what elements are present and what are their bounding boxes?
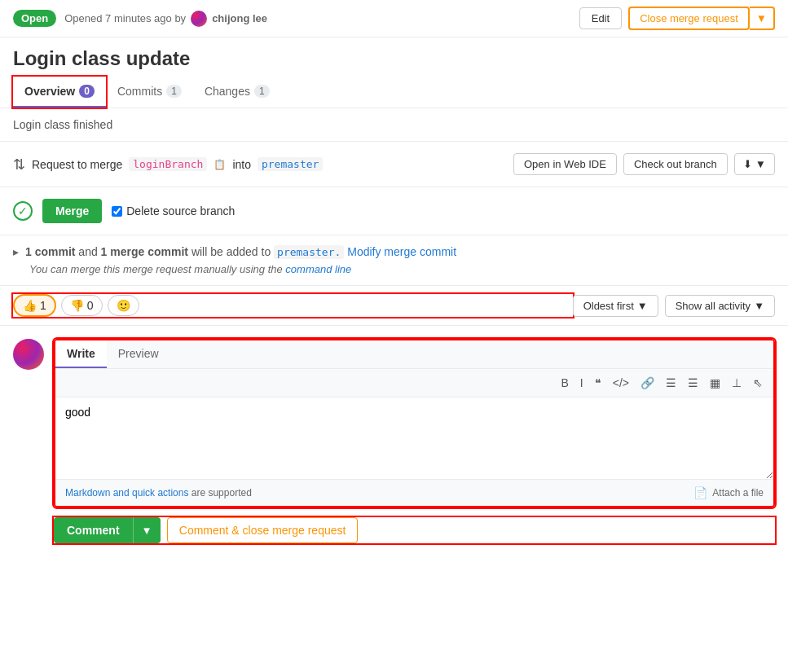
download-button[interactable]: ⬇ ▼ [734,153,775,175]
markdown-link[interactable]: Markdown and quick actions [65,487,188,499]
bold-button[interactable]: B [557,374,573,392]
modify-merge-commit-link[interactable]: Modify merge commit [347,245,456,258]
merge-action-section: ✓ Merge Delete source branch [0,187,788,235]
open-web-ide-button[interactable]: Open in Web IDE [513,153,617,175]
status-badge: Open [13,10,56,27]
tab-commits-label: Commits [117,85,162,98]
quote-button[interactable]: ❝ [591,374,605,392]
tab-changes[interactable]: Changes 1 [193,77,281,108]
tab-commits[interactable]: Commits 1 [106,77,193,108]
user-avatar [13,339,44,370]
expand-button[interactable]: ⇖ [749,374,767,392]
copy-branch-icon[interactable]: 📋 [214,159,226,170]
top-actions: Edit Close merge request ▼ [579,7,775,30]
thumbs-up-count: 1 [40,299,46,312]
show-all-activity-button[interactable]: Show all activity ▼ [665,295,775,317]
table-button[interactable]: ⊥ [728,374,746,392]
will-be-added-text: will be added to [191,245,274,258]
delete-branch-label[interactable]: Delete source branch [112,204,235,217]
merge-info-left: ⇅ Request to merge loginBranch 📋 into pr… [13,156,323,173]
download-icon: ⬇ [743,158,752,170]
comment-area: Write Preview B I ❝ </> 🔗 ☰ ☰ ▦ ⊥ ⇖ good… [13,339,775,507]
manual-merge-em: You can merge this merge request manuall… [29,263,351,275]
dropdown-arrow: ▼ [755,158,766,170]
top-bar: Open Opened 7 minutes ago by chijong lee… [0,0,788,37]
manual-merge-text: You can merge this merge request manuall… [13,263,775,275]
reactions-activity-section: 👍 1 👎 0 🙂 Oldest first ▼ Show all activi… [0,286,788,326]
edit-button[interactable]: Edit [579,7,622,29]
thumbs-up-button[interactable]: 👍 1 [13,294,56,317]
comment-section: Write Preview B I ❝ </> 🔗 ☰ ☰ ▦ ⊥ ⇖ good… [0,326,788,556]
commit-count-strong: 1 commit [25,245,75,258]
tab-overview[interactable]: Overview 0 [13,77,106,108]
code-button[interactable]: </> [609,374,633,392]
commit-count-text: 1 commit and 1 merge commit will be adde… [25,245,456,258]
activity-filters: Oldest first ▼ Show all activity ▼ [573,295,775,317]
merge-button[interactable]: Merge [42,199,102,223]
italic-button[interactable]: I [576,374,588,392]
oldest-first-label: Oldest first [583,300,634,312]
merge-info-row: ⇅ Request to merge loginBranch 📋 into pr… [13,153,775,175]
comment-actions-row: Comment ▼ Comment & close merge request [54,517,775,543]
thumbs-down-icon: 👎 [70,299,84,312]
write-tab[interactable]: Write [55,340,107,368]
oldest-first-arrow: ▼ [637,300,648,312]
request-to-merge-text: Request to merge [32,158,122,171]
show-all-arrow: ▼ [754,300,764,312]
opened-text: Opened 7 minutes ago by [64,12,186,24]
thumbs-down-count: 0 [87,299,94,312]
attach-file-button[interactable]: 📄 Attach a file [693,486,764,499]
into-text: into [232,158,251,171]
comment-textarea[interactable]: good [55,397,773,479]
tab-overview-label: Overview [24,85,75,98]
thumbs-down-button[interactable]: 👎 0 [61,295,103,316]
comment-toolbar: B I ❝ </> 🔗 ☰ ☰ ▦ ⊥ ⇖ [55,369,773,397]
ul-button[interactable]: ☰ [662,374,680,392]
link-button[interactable]: 🔗 [636,374,658,392]
description-text: Login class finished [13,118,775,131]
target-branch-commit: premaster. [274,245,344,259]
command-line-link[interactable]: command line [285,263,351,275]
check-circle-icon: ✓ [13,201,33,221]
expand-arrow-icon[interactable]: ▸ [13,245,19,258]
comment-tabs: Write Preview [55,340,773,369]
source-branch: loginBranch [129,157,207,171]
delete-branch-checkbox[interactable] [112,206,122,217]
comment-close-mr-button[interactable]: Comment & close merge request [167,517,359,543]
target-branch: premaster [258,157,323,171]
merge-icon: ⇅ [13,156,25,173]
thumbs-up-icon: 👍 [23,299,37,312]
markdown-suffix: are supported [191,487,252,499]
show-all-label: Show all activity [676,300,751,312]
commit-info-section: ▸ 1 commit and 1 merge commit will be ad… [0,235,788,286]
attach-icon: 📄 [693,486,707,499]
ol-button[interactable]: ☰ [684,374,702,392]
close-mr-button[interactable]: Close merge request [628,7,750,30]
comment-button[interactable]: Comment [54,517,133,543]
checkout-branch-button[interactable]: Check out branch [623,153,728,175]
tabs-bar: Overview 0 Commits 1 Changes 1 [0,77,788,108]
merge-commit-strong: 1 merge commit [101,245,188,258]
delete-branch-text: Delete source branch [126,204,235,217]
reactions-group: 👍 1 👎 0 🙂 [13,294,573,317]
author-avatar [191,11,207,27]
comment-box: Write Preview B I ❝ </> 🔗 ☰ ☰ ▦ ⊥ ⇖ good… [54,339,775,507]
markdown-support-text: Markdown and quick actions are supported [65,487,252,499]
merge-info-section: ⇅ Request to merge loginBranch 📋 into pr… [0,142,788,187]
oldest-first-button[interactable]: Oldest first ▼ [573,295,658,317]
task-button[interactable]: ▦ [706,374,724,392]
preview-tab[interactable]: Preview [107,340,170,368]
author-name: chijong lee [212,12,267,24]
merge-action-row: ✓ Merge Delete source branch [13,199,775,223]
merge-actions: Open in Web IDE Check out branch ⬇ ▼ [513,153,775,175]
comment-footer: Markdown and quick actions are supported… [55,479,773,506]
comment-button-group: Comment ▼ [54,517,161,543]
tab-changes-label: Changes [205,85,250,98]
comment-dropdown-button[interactable]: ▼ [133,517,161,543]
description-section: Login class finished [0,108,788,142]
tab-overview-count: 0 [79,85,95,98]
tab-changes-count: 1 [254,85,270,98]
emoji-button[interactable]: 🙂 [108,295,139,316]
commit-expand-row: ▸ 1 commit and 1 merge commit will be ad… [13,245,775,258]
close-mr-dropdown-button[interactable]: ▼ [750,7,775,30]
